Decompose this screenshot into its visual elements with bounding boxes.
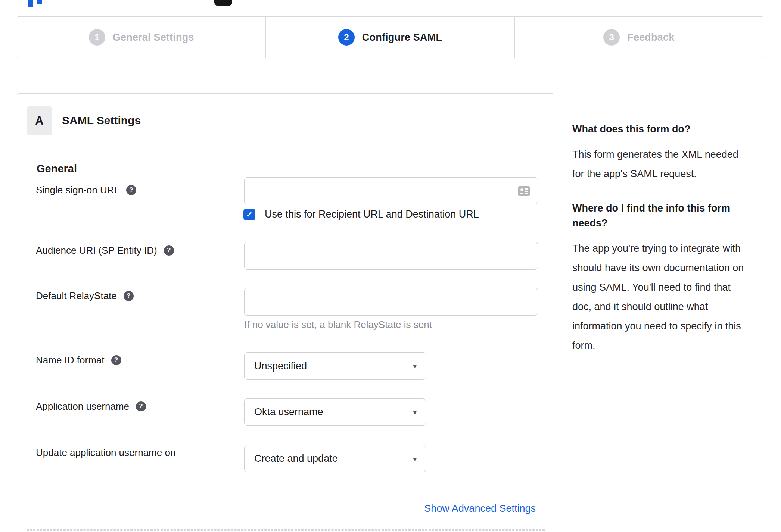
show-advanced-settings-link[interactable]: Show Advanced Settings bbox=[424, 503, 536, 514]
sidebar-question-1: What does this form do? bbox=[572, 122, 765, 137]
name-id-format-label-text: Name ID format bbox=[36, 354, 105, 366]
sso-url-input[interactable] bbox=[244, 177, 538, 204]
application-username-field-label: Application username ? bbox=[36, 400, 146, 412]
application-username-select[interactable]: Okta username ▾ bbox=[244, 398, 426, 426]
name-id-format-select[interactable]: Unspecified ▾ bbox=[244, 352, 426, 380]
section-a-badge: A bbox=[27, 106, 52, 135]
audience-uri-label-text: Audience URI (SP Entity ID) bbox=[36, 244, 157, 256]
sidebar-answer-2: The app you're trying to integrate with … bbox=[572, 239, 765, 355]
wizard-step-bar: 1 General Settings 2 Configure SAML 3 Fe… bbox=[17, 16, 763, 58]
cropped-blue-fragment bbox=[37, 0, 42, 4]
name-id-format-selected-value: Unspecified bbox=[254, 360, 307, 372]
step-label: Configure SAML bbox=[362, 32, 442, 43]
relaystate-input[interactable] bbox=[244, 288, 538, 316]
relaystate-hint: If no value is set, a blank RelayState i… bbox=[244, 319, 432, 331]
cropped-dark-logo-fragment bbox=[214, 0, 232, 6]
update-app-username-field-label: Update application username on bbox=[36, 447, 175, 459]
sidebar-question-2: Where do I find the info this form needs… bbox=[572, 201, 765, 231]
audience-uri-input[interactable] bbox=[244, 242, 538, 270]
sso-url-field-label: Single sign-on URL ? bbox=[36, 184, 136, 196]
step-label: General Settings bbox=[113, 32, 194, 43]
chevron-down-icon: ▾ bbox=[413, 362, 417, 370]
help-icon[interactable]: ? bbox=[164, 245, 174, 256]
sso-url-label-text: Single sign-on URL bbox=[36, 184, 119, 196]
help-icon[interactable]: ? bbox=[124, 291, 134, 301]
recipient-destination-checkbox[interactable]: ✓ bbox=[243, 209, 255, 220]
chevron-down-icon: ▾ bbox=[413, 454, 417, 463]
sidebar-answer-1: This form generates the XML needed for t… bbox=[572, 145, 765, 184]
update-app-username-selected-value: Create and update bbox=[254, 453, 338, 464]
step-number-badge: 2 bbox=[338, 29, 355, 46]
general-section-heading: General bbox=[37, 163, 77, 175]
update-app-username-select[interactable]: Create and update ▾ bbox=[244, 445, 426, 472]
relaystate-field-label: Default RelayState ? bbox=[36, 290, 134, 302]
panel-title: SAML Settings bbox=[62, 114, 141, 127]
relaystate-label-text: Default RelayState bbox=[36, 290, 117, 302]
help-icon[interactable]: ? bbox=[136, 401, 146, 411]
application-username-label-text: Application username bbox=[36, 400, 129, 412]
wizard-step-feedback: 3 Feedback bbox=[515, 17, 763, 58]
cropped-blue-fragment bbox=[28, 0, 33, 7]
autofill-contact-icon[interactable] bbox=[518, 186, 530, 196]
update-app-username-label-text: Update application username on bbox=[36, 447, 175, 459]
chevron-down-icon: ▾ bbox=[413, 408, 417, 416]
step-number-badge: 1 bbox=[89, 29, 105, 46]
section-dashed-divider bbox=[27, 529, 545, 531]
wizard-step-general-settings: 1 General Settings bbox=[17, 17, 266, 58]
step-label: Feedback bbox=[627, 32, 674, 43]
name-id-format-field-label: Name ID format ? bbox=[36, 354, 121, 366]
saml-settings-panel: A SAML Settings General Single sign-on U… bbox=[17, 93, 554, 532]
help-icon[interactable]: ? bbox=[111, 355, 121, 365]
help-icon[interactable]: ? bbox=[126, 185, 136, 195]
recipient-destination-checkbox-label: Use this for Recipient URL and Destinati… bbox=[265, 208, 479, 220]
application-username-selected-value: Okta username bbox=[254, 406, 323, 418]
audience-uri-field-label: Audience URI (SP Entity ID) ? bbox=[36, 244, 174, 256]
wizard-step-configure-saml: 2 Configure SAML bbox=[266, 17, 514, 58]
step-number-badge: 3 bbox=[603, 29, 620, 46]
help-sidebar: What does this form do? This form genera… bbox=[572, 122, 765, 372]
